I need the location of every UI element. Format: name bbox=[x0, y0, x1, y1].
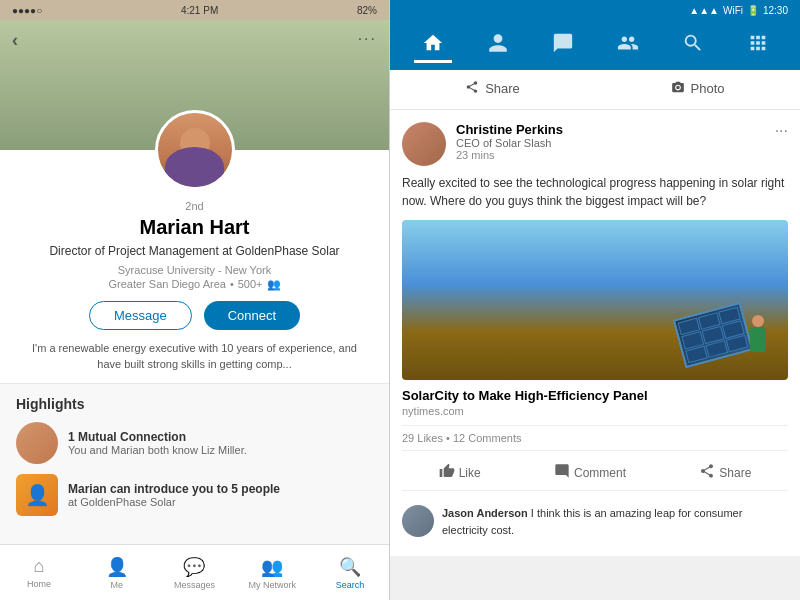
highlight-intro-text: Marian can introduce you to 5 people at … bbox=[68, 482, 280, 508]
worker-figure bbox=[748, 315, 768, 365]
highlight-mutual-text: 1 Mutual Connection You and Marian both … bbox=[68, 430, 247, 456]
post-stats-separator: • bbox=[446, 432, 453, 444]
nav-profile-icon[interactable] bbox=[479, 28, 517, 63]
profile-school: Syracuse University - New York bbox=[20, 264, 369, 276]
nav-me[interactable]: 👤 Me bbox=[78, 545, 156, 600]
photo-label: Photo bbox=[691, 81, 725, 96]
highlights-title: Highlights bbox=[16, 396, 373, 412]
avatar-face bbox=[158, 113, 232, 187]
nav-home[interactable]: ⌂ Home bbox=[0, 545, 78, 600]
profile-summary: I'm a renewable energy executive with 10… bbox=[0, 340, 389, 373]
post-more-icon[interactable]: ··· bbox=[775, 122, 788, 140]
nav-grid-icon[interactable] bbox=[739, 28, 777, 63]
feed-scroll[interactable]: Christine Perkins CEO of Solar Slash 23 … bbox=[390, 110, 800, 600]
profile-location: Greater San Diego Area • 500+ 👥 bbox=[20, 278, 369, 291]
camera-icon bbox=[671, 80, 685, 97]
connect-button[interactable]: Connect bbox=[204, 301, 300, 330]
search-icon: 🔍 bbox=[339, 556, 361, 578]
right-phone: ▲▲▲ WiFi 🔋 12:30 Share bbox=[390, 0, 800, 600]
time-left: 4:21 PM bbox=[181, 5, 218, 16]
solar-panel bbox=[673, 302, 754, 368]
time-right: 12:30 bbox=[763, 5, 788, 16]
profile-action-buttons: Message Connect bbox=[0, 301, 389, 330]
solar-panel-visual bbox=[678, 310, 748, 360]
nav-search-icon[interactable] bbox=[674, 28, 712, 63]
nav-my-network[interactable]: 👥 My Network bbox=[233, 545, 311, 600]
nav-home-label: Home bbox=[27, 579, 51, 589]
profile-icon: 👤 bbox=[106, 556, 128, 578]
nav-search[interactable]: 🔍 Search bbox=[311, 545, 389, 600]
comment-label: Comment bbox=[574, 466, 626, 480]
battery-left: 82% bbox=[357, 5, 377, 16]
comment-button[interactable]: Comment bbox=[546, 459, 634, 486]
profile-header-bg: ‹ ··· bbox=[0, 20, 389, 150]
comment-avatar bbox=[402, 505, 434, 537]
messages-icon: 💬 bbox=[183, 556, 205, 578]
more-options-icon[interactable]: ··· bbox=[358, 30, 377, 48]
nav-network-icon[interactable] bbox=[609, 28, 647, 63]
like-icon bbox=[439, 463, 455, 482]
post-author-title: CEO of Solar Slash bbox=[456, 137, 563, 149]
nav-messaging-icon[interactable] bbox=[544, 28, 582, 63]
nav-me-label: Me bbox=[110, 580, 123, 590]
post-stats: 29 Likes • 12 Comments bbox=[402, 426, 788, 451]
share-button[interactable]: Share bbox=[691, 459, 759, 486]
profile-info: 2nd Marian Hart Director of Project Mana… bbox=[0, 200, 389, 301]
battery-right: 🔋 bbox=[747, 5, 759, 16]
post-link-source: nytimes.com bbox=[402, 405, 788, 426]
like-button[interactable]: Like bbox=[431, 459, 489, 486]
comment-text: Jason Anderson I think this is an amazin… bbox=[442, 505, 788, 538]
connections-icon: 👥 bbox=[267, 278, 281, 291]
signal-icon: ▲▲▲ bbox=[689, 5, 719, 16]
post-likes: 29 Likes bbox=[402, 432, 443, 444]
post-actions: Like Comment Share bbox=[402, 455, 788, 490]
like-label: Like bbox=[459, 466, 481, 480]
post-author-name: Christine Perkins bbox=[456, 122, 563, 137]
status-bar-right: ▲▲▲ WiFi 🔋 12:30 bbox=[390, 0, 800, 20]
share-action-label: Share bbox=[719, 466, 751, 480]
post-time: 23 mins bbox=[456, 149, 563, 161]
message-button[interactable]: Message bbox=[89, 301, 192, 330]
comment-section: Jason Anderson I think this is an amazin… bbox=[402, 490, 788, 544]
intro-main: Marian can introduce you to 5 people bbox=[68, 482, 280, 496]
home-icon: ⌂ bbox=[33, 556, 44, 577]
share-action-icon bbox=[699, 463, 715, 482]
share-photo-bar: Share Photo bbox=[390, 70, 800, 110]
intro-sub: at GoldenPhase Solar bbox=[68, 496, 280, 508]
post-text: Really excited to see the technological … bbox=[402, 174, 788, 210]
share-tab[interactable]: Share bbox=[390, 70, 595, 109]
post-author-info: Christine Perkins CEO of Solar Slash 23 … bbox=[456, 122, 563, 161]
mutual-main: 1 Mutual Connection bbox=[68, 430, 247, 444]
post-comments: 12 Comments bbox=[453, 432, 521, 444]
nav-messages-label: Messages bbox=[174, 580, 215, 590]
signal-dots: ●●●●○ bbox=[12, 5, 42, 16]
network-icon: 👥 bbox=[261, 556, 283, 578]
mutual-avatar bbox=[16, 422, 58, 464]
mutual-sub: You and Marian both know Liz Miller. bbox=[68, 444, 247, 456]
highlights-section: Highlights 1 Mutual Connection You and M… bbox=[0, 383, 389, 544]
top-nav-right bbox=[390, 20, 800, 70]
left-phone: ●●●●○ 4:21 PM 82% ‹ ··· 2nd Marian Hart … bbox=[0, 0, 390, 600]
comment-item: Jason Anderson I think this is an amazin… bbox=[402, 499, 788, 544]
nav-my-network-label: My Network bbox=[249, 580, 297, 590]
profile-avatar-container bbox=[155, 110, 235, 190]
profile-title: Director of Project Management at Golden… bbox=[20, 243, 369, 260]
nav-messages[interactable]: 💬 Messages bbox=[156, 545, 234, 600]
photo-tab[interactable]: Photo bbox=[595, 70, 800, 109]
status-bar-left: ●●●●○ 4:21 PM 82% bbox=[0, 0, 389, 20]
post-image bbox=[402, 220, 788, 380]
highlight-mutual: 1 Mutual Connection You and Marian both … bbox=[16, 422, 373, 464]
post-author-avatar bbox=[402, 122, 446, 166]
intro-icon: 👤 bbox=[16, 474, 58, 516]
bottom-nav-left: ⌂ Home 👤 Me 💬 Messages 👥 My Network 🔍 Se… bbox=[0, 544, 389, 600]
profile-name: Marian Hart bbox=[20, 216, 369, 239]
nav-home-icon[interactable] bbox=[414, 28, 452, 63]
back-arrow-icon[interactable]: ‹ bbox=[12, 30, 18, 51]
share-label: Share bbox=[485, 81, 520, 96]
comment-author: Jason Anderson bbox=[442, 507, 528, 519]
post-link-title[interactable]: SolarCity to Make High-Efficiency Panel bbox=[402, 380, 788, 405]
connection-degree: 2nd bbox=[20, 200, 369, 212]
wifi-icon: WiFi bbox=[723, 5, 743, 16]
comment-icon bbox=[554, 463, 570, 482]
highlight-intro: 👤 Marian can introduce you to 5 people a… bbox=[16, 474, 373, 516]
